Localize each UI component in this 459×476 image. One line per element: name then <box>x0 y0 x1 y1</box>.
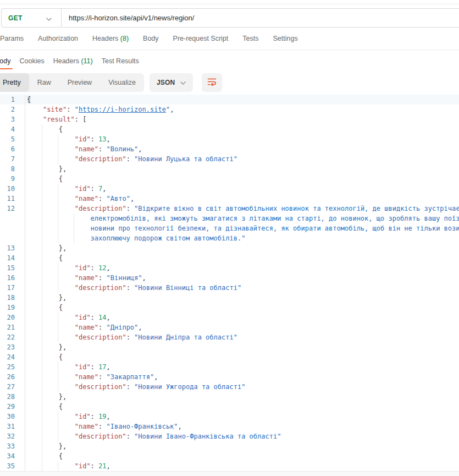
json-token: , <box>102 185 106 193</box>
response-tab-body[interactable]: Body <box>0 50 15 72</box>
line-number: 11 <box>0 194 25 204</box>
code-line-content: "description": "Новини Вінниці та област… <box>25 283 459 293</box>
line-number: 28 <box>0 392 25 402</box>
json-token: : <box>98 274 106 282</box>
json-token: "id" <box>75 185 91 193</box>
json-token: "Івано-Франківськ" <box>107 423 178 430</box>
line-number: 33 <box>0 441 25 451</box>
line-number: 8 <box>0 164 25 174</box>
request-tab-params[interactable]: Params <box>0 35 31 42</box>
request-tab-tests[interactable]: Tests <box>235 35 266 42</box>
indent-guide <box>42 144 42 154</box>
line-number: 13 <box>0 243 25 253</box>
view-mode-visualize[interactable]: Visualize <box>100 73 144 92</box>
json-token: "id" <box>75 363 91 371</box>
code-line: 11 "name": "Авто", <box>0 194 459 204</box>
code-line: 6 "name": "Волинь", <box>0 144 459 154</box>
code-line: 16 "name": "Вінниця", <box>0 273 459 283</box>
request-tab-settings[interactable]: Settings <box>266 35 305 42</box>
method-label: GET <box>8 14 23 22</box>
json-token: { <box>59 353 63 361</box>
indent-guide <box>42 164 42 174</box>
indent-guide <box>42 273 42 283</box>
indent-guide <box>42 372 42 382</box>
json-token: "id" <box>75 462 91 470</box>
code-line-content: { <box>25 253 459 263</box>
line-number: 16 <box>0 273 25 283</box>
json-response-viewer[interactable]: 1{2 "site": "https://i-horizon.site",3 "… <box>0 95 459 471</box>
line-number: 34 <box>0 451 25 461</box>
chevron-down-icon <box>180 79 186 86</box>
language-selector[interactable]: JSON <box>150 73 193 92</box>
indent-guide <box>58 154 58 164</box>
response-tab-test-results[interactable]: Test Results <box>97 50 143 72</box>
code-line-content: "id": 19, <box>25 412 459 422</box>
line-number: 15 <box>0 263 25 273</box>
request-tab-pre-request-script[interactable]: Pre-request Script <box>166 35 236 42</box>
line-number: 21 <box>0 322 25 332</box>
response-tab-cookies[interactable]: Cookies <box>15 50 49 72</box>
json-token: { <box>27 96 31 103</box>
json-token: { <box>59 403 63 411</box>
line-number: 22 <box>0 332 25 342</box>
method-selector[interactable]: GET <box>2 9 62 27</box>
json-link[interactable]: https://i-horizon.site <box>79 106 166 113</box>
json-token: "name" <box>75 274 98 282</box>
json-token: { <box>59 254 63 262</box>
line-number: 24 <box>0 352 25 362</box>
code-line: 32 "description": "Новини Івано-Франківс… <box>0 431 459 441</box>
view-mode-preview[interactable]: Preview <box>59 73 100 92</box>
tab-count-badge: (11) <box>79 57 93 65</box>
url-input[interactable] <box>62 9 459 27</box>
indent-guide <box>42 283 42 293</box>
code-line-content: "result": [ <box>25 114 459 124</box>
json-token: 12 <box>98 264 106 272</box>
indent-guide <box>58 184 58 194</box>
response-body-toolbar: PrettyRawPreviewVisualize JSON <box>0 73 459 92</box>
indent-guide <box>42 174 42 184</box>
view-mode-switcher: PrettyRawPreviewVisualize <box>0 73 144 92</box>
indent-guide <box>58 382 58 392</box>
json-token: , <box>107 135 110 143</box>
code-line-content: { <box>25 95 459 105</box>
json-token: : <box>126 433 134 440</box>
code-line-content: "site": "https://i-horizon.site", <box>25 105 459 114</box>
code-line-content: новини про технології безпеки, та дізнав… <box>25 223 459 233</box>
indent-guide <box>74 233 74 243</box>
code-line: 7 "description": "Новини Луцька та облас… <box>0 154 459 164</box>
json-token: , <box>178 423 182 430</box>
code-line-content: { <box>25 174 459 184</box>
json-token: : <box>98 373 106 381</box>
line-number: 14 <box>0 253 25 263</box>
json-token: новини про технології безпеки, та дізнав… <box>91 225 459 232</box>
indent-guide <box>42 223 42 233</box>
code-line: 30 "id": 19, <box>0 412 459 422</box>
request-tab-authorization[interactable]: Authorization <box>31 35 85 42</box>
view-mode-pretty[interactable]: Pretty <box>0 73 29 92</box>
indent-guide <box>58 372 58 382</box>
code-line: 29 { <box>0 402 459 412</box>
indent-guide <box>42 204 42 214</box>
code-line: 5 "id": 13, <box>0 134 459 144</box>
code-line-content: { <box>25 303 459 313</box>
view-mode-raw[interactable]: Raw <box>29 73 59 92</box>
code-line: захоплюючу подорож світом автомобілів." <box>0 233 459 243</box>
response-tab-headers[interactable]: Headers (11) <box>49 50 97 72</box>
json-token: "Новини Дніпра та області" <box>134 333 237 341</box>
request-tab-body[interactable]: Body <box>136 35 166 42</box>
horizontal-scrollbar[interactable] <box>0 471 459 476</box>
json-token: : <box>91 413 98 420</box>
indent-guide <box>42 352 42 362</box>
code-line: 23 }, <box>0 342 459 352</box>
indent-guide <box>42 382 42 392</box>
code-line: 9 { <box>0 174 459 184</box>
code-line: новини про технології безпеки, та дізнав… <box>0 223 459 233</box>
code-line: 4 { <box>0 124 459 134</box>
request-tab-headers[interactable]: Headers (8) <box>85 35 136 42</box>
json-token: "Новини Вінниці та області" <box>134 284 241 292</box>
code-line: 8 }, <box>0 164 459 174</box>
code-line-content: "description": "Новини Дніпра та області… <box>25 332 459 342</box>
wrap-lines-button[interactable] <box>202 73 222 92</box>
code-line-content: { <box>25 124 459 134</box>
code-line-content: }, <box>25 164 459 174</box>
